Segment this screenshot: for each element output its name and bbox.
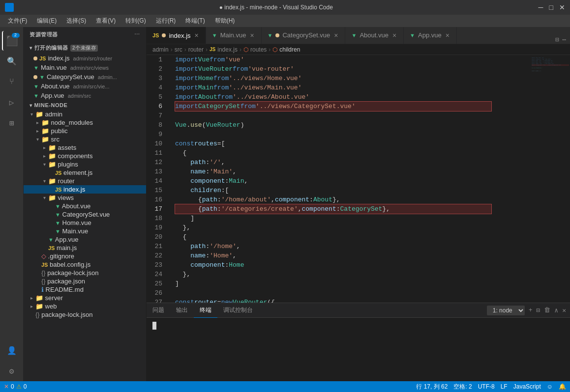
more-actions-icon[interactable]: ⋯ bbox=[562, 36, 566, 44]
panel-tab-problems[interactable]: 问题 bbox=[147, 303, 170, 318]
status-errors[interactable]: ✕ 0 ⚠ 0 bbox=[4, 383, 27, 390]
tab-categoryset-vue[interactable]: ▼ CategorySet.vue × bbox=[262, 27, 346, 44]
tree-folder-public[interactable]: 📁 public bbox=[24, 127, 146, 135]
activity-search[interactable]: 🔍 bbox=[2, 52, 22, 71]
status-spaces[interactable]: 空格: 2 bbox=[453, 383, 472, 391]
tree-file-babel[interactable]: JS babel.config.js bbox=[24, 260, 146, 269]
minimize-button[interactable]: ─ bbox=[539, 3, 543, 11]
close-tab-icon[interactable]: × bbox=[249, 31, 255, 39]
status-encoding[interactable]: UTF-8 bbox=[478, 383, 495, 390]
breadcrumb-src[interactable]: src bbox=[175, 46, 182, 53]
js-tab-icon: JS bbox=[152, 32, 159, 38]
activity-explorer[interactable]: ⬛ 2 bbox=[2, 31, 22, 51]
breadcrumb-index-js[interactable]: index.js bbox=[217, 46, 238, 53]
open-editor-main-vue[interactable]: ▼ Main.vue admin/src/views bbox=[24, 63, 146, 72]
panel-tab-actions[interactable]: 1: node + ⊟ 🗑 ∧ ✕ bbox=[483, 306, 570, 315]
code-editor[interactable]: 1 2 3 4 5 6 7 8 9 10 11 12 13 14 15 16 1 bbox=[147, 55, 531, 303]
tab-main-vue[interactable]: ▼ Main.vue × bbox=[206, 27, 262, 44]
breadcrumb-routes[interactable]: routes bbox=[250, 46, 267, 53]
tree-file-root-package-lock[interactable]: {} package-lock.json bbox=[24, 310, 146, 319]
sidebar-title: 资源管理器 bbox=[30, 31, 58, 38]
tree-folder-node_modules[interactable]: 📁 node_modules bbox=[24, 118, 146, 127]
menu-help[interactable]: 帮助(H) bbox=[211, 16, 239, 26]
tree-file-index-js[interactable]: JS index.js bbox=[24, 185, 146, 194]
panel-tab-output[interactable]: 输出 bbox=[170, 303, 194, 318]
activity-account[interactable]: 👤 bbox=[2, 341, 22, 361]
tab-about-vue[interactable]: ▼ About.vue × bbox=[345, 27, 404, 44]
close-tab-icon[interactable]: × bbox=[194, 31, 200, 39]
open-editor-categoryset-vue[interactable]: ▼ CategorySet.vue admin... bbox=[24, 72, 146, 82]
split-editor-icon[interactable]: ⊟ bbox=[555, 36, 559, 44]
line-num: 27 bbox=[147, 298, 167, 303]
tree-folder-server[interactable]: 📁 server bbox=[24, 294, 146, 302]
delete-terminal-icon[interactable]: 🗑 bbox=[544, 307, 550, 314]
menu-file[interactable]: 文件(F) bbox=[4, 16, 31, 26]
breadcrumb-children[interactable]: children bbox=[279, 46, 300, 53]
breadcrumb-router[interactable]: router bbox=[188, 46, 204, 53]
activity-settings[interactable]: ⚙ bbox=[2, 362, 22, 381]
tree-file-element-js[interactable]: JS element.js bbox=[24, 168, 146, 177]
terminal-selector[interactable]: 1: node bbox=[487, 306, 525, 315]
window-controls[interactable]: ─ □ ✕ bbox=[539, 3, 565, 11]
breadcrumb-admin[interactable]: admin bbox=[152, 46, 169, 53]
split-terminal-icon[interactable]: ⊟ bbox=[537, 307, 540, 314]
chevron-up-icon[interactable]: ∧ bbox=[554, 307, 558, 314]
tree-folder-views[interactable]: 📁 views bbox=[24, 194, 146, 202]
tree-file-main-js[interactable]: JS main.js bbox=[24, 244, 146, 252]
status-line-ending[interactable]: LF bbox=[501, 383, 508, 390]
tree-folder-plugins[interactable]: 📁 plugins bbox=[24, 160, 146, 168]
menu-terminal[interactable]: 终端(T) bbox=[181, 16, 209, 26]
tree-folder-router[interactable]: 📁 router bbox=[24, 177, 146, 185]
status-feedback[interactable]: ☺ bbox=[547, 383, 553, 390]
tree-file-categoryset-vue[interactable]: ▼ CategorySet.vue bbox=[24, 210, 146, 219]
activity-extensions[interactable]: ⊞ bbox=[2, 113, 22, 133]
status-line-col[interactable]: 行 17, 列 62 bbox=[416, 383, 448, 391]
activity-debug[interactable]: ▷ bbox=[2, 93, 22, 112]
tab-actions[interactable]: ⊟ ⋯ bbox=[551, 36, 570, 44]
status-notifications[interactable]: 🔔 bbox=[559, 383, 566, 390]
menu-select[interactable]: 选择(S) bbox=[62, 16, 90, 26]
tab-label: CategorySet.vue bbox=[282, 31, 330, 39]
tree-folder-components[interactable]: 📁 components bbox=[24, 152, 146, 160]
close-tab-icon[interactable]: × bbox=[391, 31, 397, 39]
menu-view[interactable]: 查看(V) bbox=[92, 16, 120, 26]
terminal-content[interactable] bbox=[147, 318, 570, 381]
add-terminal-icon[interactable]: + bbox=[529, 307, 533, 314]
tree-file-package-lock[interactable]: {} package-lock.json bbox=[24, 269, 146, 277]
tree-folder-src[interactable]: 📁 src bbox=[24, 135, 146, 143]
maximize-button[interactable]: □ bbox=[549, 3, 553, 11]
open-editor-about-vue[interactable]: ▼ About.vue admin/src/vie... bbox=[24, 82, 146, 91]
tree-folder-admin[interactable]: 📁 admin bbox=[24, 110, 146, 118]
tree-file-package[interactable]: {} package.json bbox=[24, 277, 146, 285]
tree-file-home-vue[interactable]: ▼ Home.vue bbox=[24, 219, 146, 227]
open-editor-index-js[interactable]: JS index.js admin/src/router bbox=[24, 54, 146, 63]
tree-file-main-vue[interactable]: ▼ Main.vue bbox=[24, 227, 146, 235]
menu-goto[interactable]: 转到(G) bbox=[121, 16, 150, 26]
tree-folder-assets[interactable]: 📁 assets bbox=[24, 143, 146, 152]
tree-file-readme[interactable]: ℹ README.md bbox=[24, 285, 146, 294]
tab-app-vue[interactable]: ▼ App.vue × bbox=[404, 27, 457, 44]
status-language[interactable]: JavaScript bbox=[513, 383, 541, 390]
close-button[interactable]: ✕ bbox=[559, 3, 565, 11]
menu-run[interactable]: 运行(R) bbox=[152, 16, 180, 26]
tree-file-gitignore[interactable]: ◇ .gitignore bbox=[24, 252, 146, 260]
close-panel-icon[interactable]: ✕ bbox=[562, 307, 566, 314]
panel-tab-debug[interactable]: 调试控制台 bbox=[217, 303, 259, 318]
close-tab-icon[interactable]: × bbox=[445, 31, 450, 39]
tab-index-js[interactable]: JS index.js × bbox=[147, 27, 206, 44]
tree-file-app-vue[interactable]: ▼ App.vue bbox=[24, 235, 146, 244]
menu-edit[interactable]: 编辑(E) bbox=[33, 16, 60, 26]
panel-tab-terminal[interactable]: 终端 bbox=[194, 303, 217, 318]
breadcrumb-sep: › bbox=[184, 46, 186, 53]
close-tab-icon[interactable]: × bbox=[333, 31, 339, 39]
code-line-15: children: [ bbox=[175, 186, 531, 195]
new-file-icon[interactable]: ⋯ bbox=[134, 31, 140, 38]
activity-source-control[interactable]: ⑂ bbox=[2, 72, 22, 92]
code-content[interactable]: import Vue from 'vue' import VueRouter f… bbox=[171, 55, 531, 303]
tree-folder-web[interactable]: 📁 web bbox=[24, 302, 146, 310]
project-name[interactable]: ▾ MINE-NODE bbox=[24, 100, 146, 110]
open-editors-title[interactable]: ▾ 打开的编辑器 2个未保存 bbox=[24, 42, 146, 54]
tree-file-about-vue[interactable]: ▼ About.vue bbox=[24, 202, 146, 210]
sidebar-header-icons[interactable]: ⋯ bbox=[134, 31, 140, 38]
open-editor-app-vue[interactable]: ▼ App.vue admin/src bbox=[24, 91, 146, 100]
